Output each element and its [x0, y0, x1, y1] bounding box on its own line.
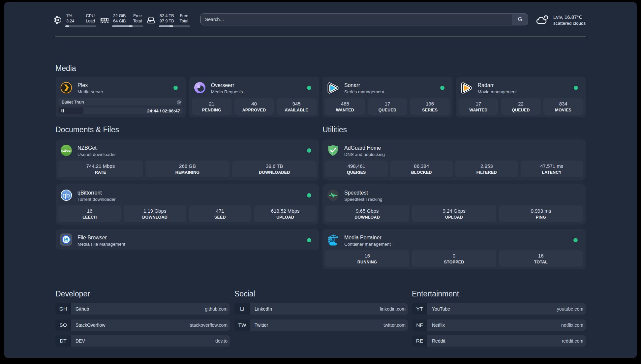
- svg-text:nzbget: nzbget: [61, 149, 72, 152]
- svg-text:qb: qb: [62, 192, 70, 199]
